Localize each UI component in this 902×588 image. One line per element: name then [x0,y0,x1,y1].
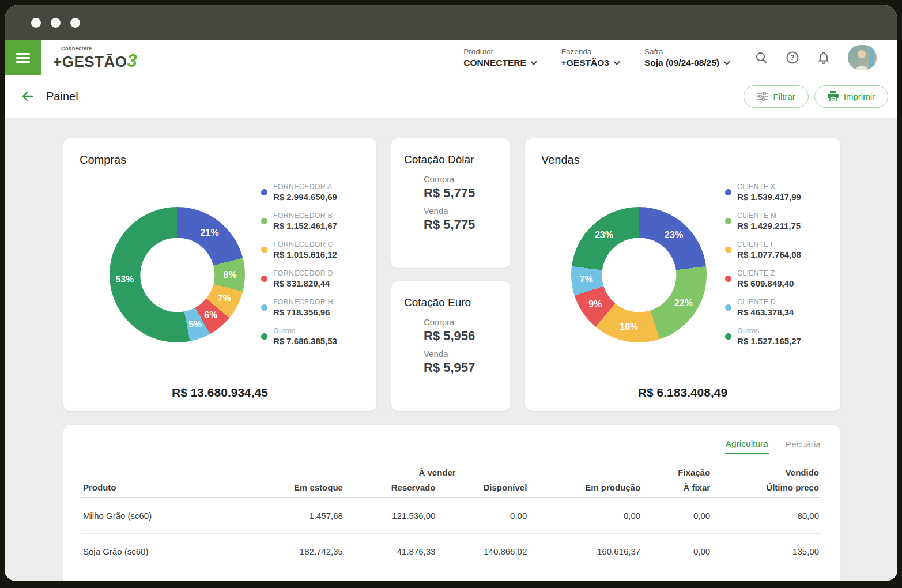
legend-label: FORNECEDOR H [273,298,333,306]
page-toolbar: Painel Filtrar Imprimir [5,75,897,118]
dashboard-content: Compras 21%8%7%6%5%53% FORNECEDOR AR$ 2.… [5,118,897,581]
brand-logo: Connectere +GESTÃO3 [53,46,137,70]
menu-button[interactable] [5,40,41,75]
chevron-down-icon [613,61,620,65]
column-header: Produto [81,477,244,498]
value-cell: 182.742,35 [244,534,345,570]
avatar[interactable] [848,45,877,70]
legend-value: R$ 2.994.650,69 [273,192,337,202]
slice-percent-label: 23% [595,230,613,240]
slice-percent-label: 8% [224,270,237,280]
slice-percent-label: 7% [218,293,231,304]
help-button[interactable]: ? [786,51,799,65]
column-header: Em estoque [244,477,345,498]
column-header: Disponível [437,477,529,498]
products-tabs: AgriculturaPecuária [81,438,821,454]
product-name-cell: Soja Grão (sc60) [81,534,244,570]
search-icon [754,51,768,65]
table-row[interactable]: Milho Grão (sc60)1.457,68121.536,000,000… [81,498,821,534]
window-dot[interactable] [31,18,41,28]
euro-sell-label: Venda [424,349,497,359]
legend-item[interactable]: OutrosR$ 1.527.165,27 [725,327,824,346]
window-dot[interactable] [51,18,61,28]
legend-value: R$ 1.077.764,08 [737,250,801,259]
value-cell: 0,00 [643,498,712,534]
hamburger-icon [16,57,30,59]
legend-item[interactable]: FORNECEDOR BR$ 1.152.461,67 [261,212,360,231]
column-header: À fixar [643,477,712,498]
purchases-donut-chart[interactable]: 21%8%7%6%5%53% [110,207,245,342]
legend-dot [261,304,267,311]
column-header: Em produção [529,477,643,498]
legend-label: FORNECEDOR C [273,240,337,248]
producer-selector[interactable]: Produtor CONNECTERE [463,47,537,68]
legend-dot [725,247,731,253]
table-row[interactable]: Soja Grão (sc60)182.742,3541.876,33140.8… [81,534,821,570]
bell-icon [817,51,831,65]
value-cell: 140.866,02 [437,534,529,570]
legend-item[interactable]: CLIENTE MR$ 1.429.211,75 [725,212,824,231]
column-group-header: Vendido [712,462,821,477]
legend-item[interactable]: FORNECEDOR HR$ 718.356,96 [261,298,360,317]
legend-item[interactable]: FORNECEDOR CR$ 1.015.616,12 [261,240,360,259]
products-card: AgriculturaPecuária À venderFixaçãoVendi… [63,425,840,581]
legend-item[interactable]: FORNECEDOR DR$ 831.820,44 [261,269,360,288]
euro-sell-value: R$ 5,957 [424,360,497,375]
window-dot[interactable] [70,18,80,28]
legend-item[interactable]: OutrosR$ 7.686.385,53 [261,327,360,346]
legend-dot [725,304,731,311]
column-header: Reservado [345,477,438,498]
legend-dot [261,189,267,195]
legend-dot [725,276,731,282]
purchases-legend: FORNECEDOR AR$ 2.994.650,69FORNECEDOR BR… [261,183,360,346]
products-table-head: À venderFixaçãoVendidoProdutoEm estoqueR… [81,462,821,498]
svg-text:?: ? [790,54,794,62]
products-table-body: Milho Grão (sc60)1.457,68121.536,000,000… [81,498,821,570]
legend-item[interactable]: FORNECEDOR AR$ 2.994.650,69 [261,183,360,202]
back-button[interactable] [17,86,38,107]
donut-ring: 21%8%7%6%5%53% [110,207,245,342]
legend-value: R$ 609.849,40 [737,278,794,288]
legend-label: FORNECEDOR A [273,183,337,191]
legend-value: R$ 831.820,44 [273,278,333,288]
page-title: Painel [46,90,78,103]
tab-agricultura[interactable]: Agricultura [725,438,769,454]
farm-label: Fazenda [561,47,620,56]
legend-item[interactable]: CLIENTE DR$ 463.378,34 [725,298,824,317]
legend-dot [261,218,267,224]
notifications-button[interactable] [817,51,831,65]
search-button[interactable] [754,51,768,65]
legend-dot [725,333,731,340]
euro-buy-label: Compra [424,317,497,327]
euro-buy-value: R$ 5,956 [424,329,497,344]
slice-percent-label: 21% [201,228,219,238]
chevron-down-icon [723,61,730,65]
legend-label: CLIENTE D [737,298,794,306]
legend-label: CLIENTE M [737,212,801,220]
chevron-down-icon [530,61,537,65]
legend-label: Outros [737,327,801,335]
donut-hole [140,238,214,312]
filter-button[interactable]: Filtrar [744,85,809,108]
season-selector[interactable]: Safra Soja (09/24-08/25) [644,47,730,68]
column-group-header [81,462,345,477]
column-group-header: À vender [345,462,529,477]
donut-ring: 23%22%16%9%7%23% [571,207,707,342]
value-cell: 160.616,37 [529,534,643,570]
legend-item[interactable]: CLIENTE FR$ 1.077.764,08 [725,240,824,259]
legend-label: FORNECEDOR B [273,212,337,220]
sales-title: Vendas [541,153,824,167]
app-header: Connectere +GESTÃO3 Produtor CONNECTERE … [5,40,897,75]
legend-item[interactable]: CLIENTE XR$ 1.539.417,99 [725,183,824,202]
sales-donut-chart[interactable]: 23%22%16%9%7%23% [571,207,707,342]
sales-legend: CLIENTE XR$ 1.539.417,99CLIENTE MR$ 1.42… [725,183,824,346]
purchases-total: R$ 13.680.934,45 [63,386,376,399]
legend-item[interactable]: CLIENTE ZR$ 609.849,40 [725,269,824,288]
farm-selector[interactable]: Fazenda +GESTÃO3 [561,47,620,68]
value-cell: 1.457,68 [244,498,345,534]
value-cell: 80,00 [712,498,821,534]
legend-value: R$ 1.527.165,27 [737,336,801,346]
tab-pecuaria[interactable]: Pecuária [785,438,821,454]
print-button[interactable]: Imprimir [814,85,888,108]
farm-value: +GESTÃO3 [561,58,609,68]
